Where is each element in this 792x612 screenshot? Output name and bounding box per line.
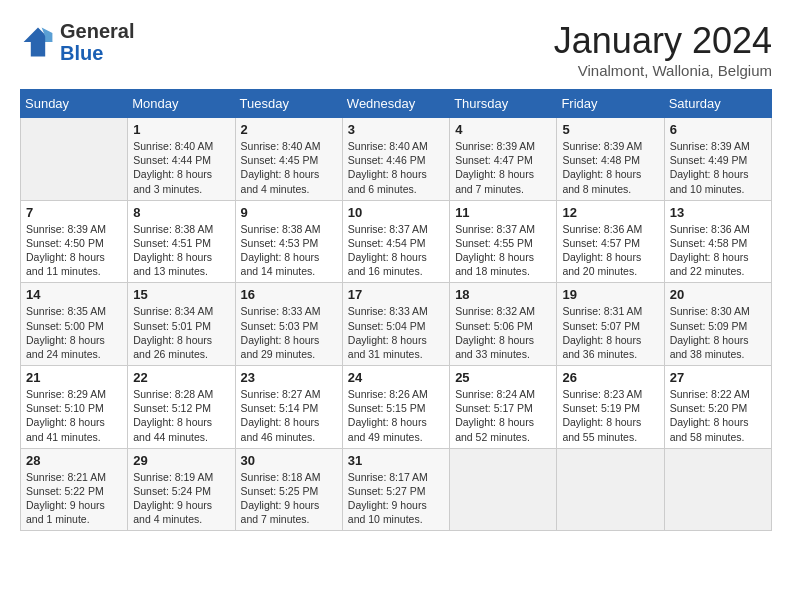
calendar-cell: 27Sunrise: 8:22 AM Sunset: 5:20 PM Dayli… <box>664 366 771 449</box>
day-number: 10 <box>348 205 444 220</box>
day-number: 29 <box>133 453 229 468</box>
calendar-cell: 6Sunrise: 8:39 AM Sunset: 4:49 PM Daylig… <box>664 118 771 201</box>
weekday-header-tuesday: Tuesday <box>235 90 342 118</box>
calendar-cell: 16Sunrise: 8:33 AM Sunset: 5:03 PM Dayli… <box>235 283 342 366</box>
cell-info: Sunrise: 8:33 AM Sunset: 5:03 PM Dayligh… <box>241 304 337 361</box>
day-number: 23 <box>241 370 337 385</box>
cell-info: Sunrise: 8:39 AM Sunset: 4:50 PM Dayligh… <box>26 222 122 279</box>
calendar-cell: 26Sunrise: 8:23 AM Sunset: 5:19 PM Dayli… <box>557 366 664 449</box>
cell-info: Sunrise: 8:38 AM Sunset: 4:51 PM Dayligh… <box>133 222 229 279</box>
day-number: 8 <box>133 205 229 220</box>
cell-info: Sunrise: 8:32 AM Sunset: 5:06 PM Dayligh… <box>455 304 551 361</box>
logo-icon <box>20 24 56 60</box>
calendar-cell: 19Sunrise: 8:31 AM Sunset: 5:07 PM Dayli… <box>557 283 664 366</box>
cell-info: Sunrise: 8:29 AM Sunset: 5:10 PM Dayligh… <box>26 387 122 444</box>
calendar-cell: 12Sunrise: 8:36 AM Sunset: 4:57 PM Dayli… <box>557 200 664 283</box>
day-number: 4 <box>455 122 551 137</box>
day-number: 17 <box>348 287 444 302</box>
cell-info: Sunrise: 8:36 AM Sunset: 4:57 PM Dayligh… <box>562 222 658 279</box>
weekday-header-thursday: Thursday <box>450 90 557 118</box>
calendar-cell: 14Sunrise: 8:35 AM Sunset: 5:00 PM Dayli… <box>21 283 128 366</box>
title-area: January 2024 Vinalmont, Wallonia, Belgiu… <box>554 20 772 79</box>
calendar-cell <box>450 448 557 531</box>
logo-blue: Blue <box>60 42 103 64</box>
calendar-cell: 22Sunrise: 8:28 AM Sunset: 5:12 PM Dayli… <box>128 366 235 449</box>
calendar-cell <box>664 448 771 531</box>
day-number: 13 <box>670 205 766 220</box>
weekday-header-sunday: Sunday <box>21 90 128 118</box>
calendar-cell: 25Sunrise: 8:24 AM Sunset: 5:17 PM Dayli… <box>450 366 557 449</box>
calendar-cell: 10Sunrise: 8:37 AM Sunset: 4:54 PM Dayli… <box>342 200 449 283</box>
cell-info: Sunrise: 8:24 AM Sunset: 5:17 PM Dayligh… <box>455 387 551 444</box>
week-row-5: 28Sunrise: 8:21 AM Sunset: 5:22 PM Dayli… <box>21 448 772 531</box>
logo-general: General <box>60 20 134 42</box>
calendar-cell: 28Sunrise: 8:21 AM Sunset: 5:22 PM Dayli… <box>21 448 128 531</box>
weekday-header-monday: Monday <box>128 90 235 118</box>
calendar-cell: 1Sunrise: 8:40 AM Sunset: 4:44 PM Daylig… <box>128 118 235 201</box>
calendar-cell: 29Sunrise: 8:19 AM Sunset: 5:24 PM Dayli… <box>128 448 235 531</box>
cell-info: Sunrise: 8:18 AM Sunset: 5:25 PM Dayligh… <box>241 470 337 527</box>
day-number: 7 <box>26 205 122 220</box>
day-number: 2 <box>241 122 337 137</box>
day-number: 12 <box>562 205 658 220</box>
calendar-cell: 2Sunrise: 8:40 AM Sunset: 4:45 PM Daylig… <box>235 118 342 201</box>
day-number: 3 <box>348 122 444 137</box>
day-number: 1 <box>133 122 229 137</box>
cell-info: Sunrise: 8:23 AM Sunset: 5:19 PM Dayligh… <box>562 387 658 444</box>
calendar-cell: 21Sunrise: 8:29 AM Sunset: 5:10 PM Dayli… <box>21 366 128 449</box>
logo: General Blue <box>20 20 134 64</box>
day-number: 11 <box>455 205 551 220</box>
calendar-cell: 30Sunrise: 8:18 AM Sunset: 5:25 PM Dayli… <box>235 448 342 531</box>
calendar-cell: 8Sunrise: 8:38 AM Sunset: 4:51 PM Daylig… <box>128 200 235 283</box>
calendar-cell: 20Sunrise: 8:30 AM Sunset: 5:09 PM Dayli… <box>664 283 771 366</box>
calendar-cell: 9Sunrise: 8:38 AM Sunset: 4:53 PM Daylig… <box>235 200 342 283</box>
day-number: 30 <box>241 453 337 468</box>
calendar-cell: 17Sunrise: 8:33 AM Sunset: 5:04 PM Dayli… <box>342 283 449 366</box>
day-number: 16 <box>241 287 337 302</box>
day-number: 5 <box>562 122 658 137</box>
day-number: 20 <box>670 287 766 302</box>
week-row-1: 1Sunrise: 8:40 AM Sunset: 4:44 PM Daylig… <box>21 118 772 201</box>
cell-info: Sunrise: 8:19 AM Sunset: 5:24 PM Dayligh… <box>133 470 229 527</box>
cell-info: Sunrise: 8:39 AM Sunset: 4:47 PM Dayligh… <box>455 139 551 196</box>
day-number: 28 <box>26 453 122 468</box>
cell-info: Sunrise: 8:38 AM Sunset: 4:53 PM Dayligh… <box>241 222 337 279</box>
calendar-cell: 4Sunrise: 8:39 AM Sunset: 4:47 PM Daylig… <box>450 118 557 201</box>
cell-info: Sunrise: 8:33 AM Sunset: 5:04 PM Dayligh… <box>348 304 444 361</box>
calendar-cell: 24Sunrise: 8:26 AM Sunset: 5:15 PM Dayli… <box>342 366 449 449</box>
cell-info: Sunrise: 8:37 AM Sunset: 4:54 PM Dayligh… <box>348 222 444 279</box>
cell-info: Sunrise: 8:31 AM Sunset: 5:07 PM Dayligh… <box>562 304 658 361</box>
calendar-cell: 5Sunrise: 8:39 AM Sunset: 4:48 PM Daylig… <box>557 118 664 201</box>
cell-info: Sunrise: 8:22 AM Sunset: 5:20 PM Dayligh… <box>670 387 766 444</box>
weekday-header-saturday: Saturday <box>664 90 771 118</box>
page-header: General Blue January 2024 Vinalmont, Wal… <box>20 20 772 79</box>
day-number: 15 <box>133 287 229 302</box>
calendar-cell: 7Sunrise: 8:39 AM Sunset: 4:50 PM Daylig… <box>21 200 128 283</box>
calendar-table: SundayMondayTuesdayWednesdayThursdayFrid… <box>20 89 772 531</box>
weekday-header-wednesday: Wednesday <box>342 90 449 118</box>
cell-info: Sunrise: 8:39 AM Sunset: 4:49 PM Dayligh… <box>670 139 766 196</box>
week-row-3: 14Sunrise: 8:35 AM Sunset: 5:00 PM Dayli… <box>21 283 772 366</box>
cell-info: Sunrise: 8:37 AM Sunset: 4:55 PM Dayligh… <box>455 222 551 279</box>
month-title: January 2024 <box>554 20 772 62</box>
week-row-4: 21Sunrise: 8:29 AM Sunset: 5:10 PM Dayli… <box>21 366 772 449</box>
cell-info: Sunrise: 8:26 AM Sunset: 5:15 PM Dayligh… <box>348 387 444 444</box>
cell-info: Sunrise: 8:39 AM Sunset: 4:48 PM Dayligh… <box>562 139 658 196</box>
cell-info: Sunrise: 8:17 AM Sunset: 5:27 PM Dayligh… <box>348 470 444 527</box>
day-number: 6 <box>670 122 766 137</box>
cell-info: Sunrise: 8:27 AM Sunset: 5:14 PM Dayligh… <box>241 387 337 444</box>
cell-info: Sunrise: 8:40 AM Sunset: 4:46 PM Dayligh… <box>348 139 444 196</box>
logo-text: General Blue <box>60 20 134 64</box>
cell-info: Sunrise: 8:36 AM Sunset: 4:58 PM Dayligh… <box>670 222 766 279</box>
day-number: 24 <box>348 370 444 385</box>
location: Vinalmont, Wallonia, Belgium <box>554 62 772 79</box>
weekday-header-row: SundayMondayTuesdayWednesdayThursdayFrid… <box>21 90 772 118</box>
cell-info: Sunrise: 8:35 AM Sunset: 5:00 PM Dayligh… <box>26 304 122 361</box>
weekday-header-friday: Friday <box>557 90 664 118</box>
cell-info: Sunrise: 8:21 AM Sunset: 5:22 PM Dayligh… <box>26 470 122 527</box>
day-number: 21 <box>26 370 122 385</box>
week-row-2: 7Sunrise: 8:39 AM Sunset: 4:50 PM Daylig… <box>21 200 772 283</box>
day-number: 31 <box>348 453 444 468</box>
calendar-cell: 3Sunrise: 8:40 AM Sunset: 4:46 PM Daylig… <box>342 118 449 201</box>
calendar-cell <box>557 448 664 531</box>
